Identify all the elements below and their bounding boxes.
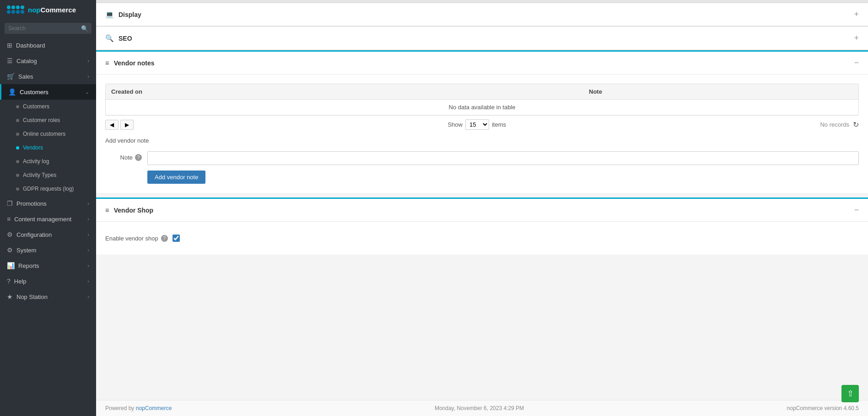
add-vendor-note-button[interactable]: Add vendor note [147,171,205,184]
sales-icon: 🛒 [7,73,15,80]
footer-powered-by: Powered by nopCommerce [105,405,172,411]
sub-dot-icon [16,174,19,177]
logo: nopCommerce [0,0,96,19]
sidebar-sub-label: Activity Types [23,172,56,178]
note-input[interactable] [147,151,859,165]
footer-datetime: Monday, November 6, 2023 4:29 PM [435,405,524,411]
sidebar-item-label: Sales [18,73,33,80]
sidebar-item-label: System [16,247,36,254]
sub-dot-icon [16,146,19,149]
sidebar-item-label: Catalog [16,58,37,64]
no-data-row: No data available in table [106,100,858,115]
vendor-shop-toggle[interactable]: − [854,205,859,215]
chevron-down-icon: ⌄ [85,89,89,95]
sidebar-item-label: Content management [14,216,71,223]
sidebar-item-promotions[interactable]: ❐ Promotions › [0,196,96,211]
no-data-message: No data available in table [106,100,858,115]
back-to-top-button[interactable]: ⇧ [841,385,859,402]
sidebar-item-customers[interactable]: 👤 Customers ⌄ [0,84,96,100]
vendor-notes-table-container: Created on Note No data available in tab… [105,84,859,116]
reports-icon: 📊 [7,262,15,269]
seo-section: 🔍 SEO + [96,27,868,50]
sidebar-item-dashboard[interactable]: ⊞ Dashboard [0,37,96,53]
system-icon: ⚙ [7,246,13,254]
footer: Powered by nopCommerce Monday, November … [96,400,868,416]
display-section-header[interactable]: 💻 Display + [96,3,868,26]
enable-vendor-shop-help-icon[interactable]: ? [161,235,168,242]
promotions-icon: ❐ [7,200,13,207]
show-label: Show [447,121,463,128]
sidebar-item-label: Customers [20,89,49,96]
sub-dot-icon [16,160,19,163]
sidebar-sub-label: Customer roles [23,117,60,123]
sidebar-item-nop-station[interactable]: ★ Nop Station › [0,289,96,304]
chevron-right-icon: › [87,216,89,222]
enable-vendor-shop-row: Enable vendor shop ? [105,231,859,245]
sidebar-sub-label: Activity log [23,158,49,165]
prev-page-button[interactable]: ◀ [105,120,119,130]
vendor-notes-title: Vendor notes [114,59,155,67]
sidebar-sub-activity-types[interactable]: Activity Types [0,168,96,182]
sidebar-item-label: Reports [18,262,39,269]
configuration-icon: ⚙ [7,231,13,238]
sidebar-sub-customers-list[interactable]: Customers [0,100,96,113]
sidebar-item-system[interactable]: ⚙ System › [0,242,96,258]
sidebar-sub-label: Vendors [23,144,43,151]
sidebar-item-content-management[interactable]: ≡ Content management › [0,211,96,227]
chevron-right-icon: › [87,247,89,253]
seo-icon: 🔍 [105,34,114,43]
vendor-shop-header[interactable]: ≡ Vendor Shop − [96,199,868,222]
col-created-on: Created on [106,84,583,100]
sidebar-sub-label: Customers [23,103,49,110]
search-container: 🔍 [0,19,96,37]
sidebar-sub-activity-log[interactable]: Activity log [0,155,96,168]
refresh-button[interactable]: ↻ [853,120,859,129]
col-note: Note [583,84,858,100]
chevron-right-icon: › [87,294,89,299]
chevron-right-icon: › [87,278,89,284]
sidebar-item-label: Help [14,278,27,285]
footer-version: nopCommerce version 4.60.5 [787,405,859,411]
note-form: Note ? [105,151,859,165]
sidebar-item-sales[interactable]: 🛒 Sales › [0,69,96,84]
logo-dots [7,5,24,14]
display-toggle[interactable]: + [854,10,859,19]
sidebar-item-label: Dashboard [16,42,45,49]
sidebar-item-help[interactable]: ? Help › [0,273,96,289]
display-section: 💻 Display + [96,3,868,27]
sidebar-sub-vendors[interactable]: Vendors [0,141,96,155]
chevron-right-icon: › [87,201,89,206]
search-input[interactable] [5,23,92,34]
vendor-notes-section: ≡ Vendor notes − Created on Note [96,50,868,193]
vendor-notes-header[interactable]: ≡ Vendor notes − [96,52,868,75]
items-per-page-select[interactable]: 15 25 50 100 [465,119,489,130]
sidebar-item-reports[interactable]: 📊 Reports › [0,258,96,273]
next-page-button[interactable]: ▶ [120,120,134,130]
customers-icon: 👤 [8,88,16,96]
sidebar-sub-gdpr[interactable]: GDPR requests (log) [0,182,96,196]
sidebar-sub-online-customers[interactable]: Online customers [0,127,96,141]
vendor-notes-toggle[interactable]: − [854,58,859,68]
vendor-shop-body: Enable vendor shop ? [96,222,868,255]
chevron-right-icon: › [87,232,89,237]
footer-brand-link[interactable]: nopCommerce [136,405,172,411]
seo-toggle[interactable]: + [854,33,859,43]
vendor-notes-icon: ≡ [105,59,109,67]
sidebar-item-catalog[interactable]: ☰ Catalog › [0,53,96,69]
seo-section-header[interactable]: 🔍 SEO + [96,27,868,50]
nop-station-icon: ★ [7,293,13,300]
chevron-right-icon: › [87,74,89,79]
help-icon: ? [7,277,11,285]
add-vendor-note-label: Add vendor note [105,137,859,144]
dashboard-icon: ⊞ [7,42,12,49]
enable-vendor-shop-checkbox[interactable] [173,235,180,242]
note-help-icon[interactable]: ? [135,154,142,161]
sidebar-item-configuration[interactable]: ⚙ Configuration › [0,227,96,242]
sidebar-item-label: Promotions [16,200,47,207]
no-records-label: No records [820,121,849,128]
chevron-right-icon: › [87,58,89,64]
sidebar-sub-customer-roles[interactable]: Customer roles [0,113,96,127]
sidebar-sub-label: GDPR requests (log) [23,186,74,192]
chevron-right-icon: › [87,263,89,268]
content-icon: ≡ [7,215,11,223]
